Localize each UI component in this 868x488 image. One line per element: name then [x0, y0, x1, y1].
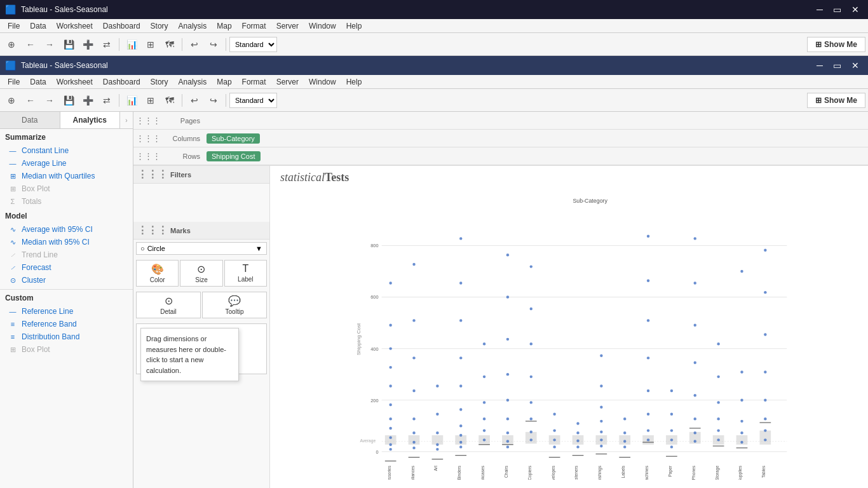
inner-toolbar-chart-btn[interactable]: 📊: [123, 92, 140, 109]
constant-line-item[interactable]: — Constant Line: [0, 144, 133, 157]
inner-menu-dashboard[interactable]: Dashboard: [98, 76, 146, 88]
tab-data[interactable]: Data: [0, 112, 60, 128]
svg-point-32: [459, 319, 462, 322]
inner-toolbar-add-datasource-btn[interactable]: ➕: [79, 92, 97, 109]
inner-menu-file[interactable]: File: [3, 76, 25, 88]
rows-pill[interactable]: Shipping Cost: [207, 151, 261, 161]
outer-restore-btn[interactable]: ▭: [829, 3, 845, 16]
menu-help[interactable]: Help: [341, 20, 367, 32]
toolbar-back-btn[interactable]: ←: [22, 36, 39, 53]
svg-point-45: [483, 438, 485, 441]
inner-toolbar-standard-select[interactable]: Standard: [229, 93, 277, 108]
toolbar-table-btn[interactable]: ⊞: [142, 36, 159, 53]
svg-point-37: [459, 434, 462, 437]
svg-point-13: [389, 427, 391, 430]
marks-label-btn[interactable]: T Label: [224, 260, 267, 287]
inner-menu-story[interactable]: Story: [146, 76, 173, 88]
menu-story[interactable]: Story: [146, 20, 173, 32]
toolbar-redo-btn[interactable]: ↪: [205, 36, 222, 53]
menu-analysis[interactable]: Analysis: [173, 20, 212, 32]
svg-point-21: [412, 417, 415, 420]
reference-band-item[interactable]: ≡ Reference Band: [0, 318, 133, 330]
inner-toolbar-back-btn[interactable]: ←: [22, 92, 39, 109]
inner-show-me-btn[interactable]: ⊞ Show Me: [807, 93, 865, 108]
inner-toolbar-home-btn[interactable]: ⊕: [3, 92, 20, 109]
inner-toolbar-swap-btn[interactable]: ⇄: [98, 92, 116, 109]
svg-point-8: [389, 347, 391, 349]
distribution-band-item[interactable]: ≡ Distribution Band: [0, 330, 133, 343]
marks-color-btn[interactable]: 🎨 Color: [136, 260, 179, 287]
inner-close-btn[interactable]: ✕: [848, 59, 863, 72]
inner-menu-format[interactable]: Format: [237, 76, 271, 88]
menu-format[interactable]: Format: [237, 20, 271, 32]
inner-toolbar-forward-btn[interactable]: →: [41, 92, 58, 109]
inner-menu-window[interactable]: Window: [304, 76, 341, 88]
forecast-item[interactable]: ⟋ Forecast: [0, 261, 133, 274]
median-quartiles-item[interactable]: ⊞ Median with Quartiles: [0, 170, 133, 182]
inner-toolbar-map-btn[interactable]: 🗺: [161, 92, 179, 109]
inner-tableau-logo-icon: 🟦: [5, 60, 16, 71]
inner-menu-help[interactable]: Help: [341, 76, 367, 88]
toolbar-chart-btn[interactable]: 📊: [123, 36, 140, 53]
show-me-btn[interactable]: ⊞ Show Me: [807, 37, 865, 52]
toolbar-add-datasource-btn[interactable]: ➕: [79, 36, 97, 53]
svg-point-68: [576, 431, 579, 434]
inner-menu-data[interactable]: Data: [25, 76, 51, 88]
main-layout: Data Analytics › Summarize — Constant Li…: [0, 112, 868, 488]
svg-point-99: [694, 394, 696, 396]
outer-close-btn[interactable]: ✕: [848, 3, 863, 16]
toolbar-map-btn[interactable]: 🗺: [161, 36, 179, 53]
svg-point-73: [600, 406, 602, 409]
columns-pill[interactable]: Sub-Category: [207, 133, 260, 144]
svg-point-53: [506, 440, 509, 442]
chart-svg-wrapper: Sub-Category Shipping Cost 0 200 400: [270, 189, 868, 480]
average-line-item[interactable]: — Average Line: [0, 157, 133, 170]
menu-dashboard[interactable]: Dashboard: [98, 20, 146, 32]
svg-point-115: [764, 249, 766, 252]
inner-toolbar-sep3: [226, 94, 226, 107]
toolbar-save-btn[interactable]: 💾: [60, 36, 78, 53]
svg-point-78: [623, 417, 626, 420]
toolbar-standard-select[interactable]: Standard: [229, 37, 277, 52]
drag-area[interactable]: Drag dimensions or measures here or doub…: [136, 323, 267, 374]
avg-ci-icon: ∿: [8, 226, 18, 234]
menu-file[interactable]: File: [3, 20, 25, 32]
menu-window[interactable]: Window: [304, 20, 341, 32]
cluster-item[interactable]: ⊙ Cluster: [0, 274, 133, 287]
marks-tooltip-btn[interactable]: 💬 Tooltip: [202, 292, 267, 318]
menu-worksheet[interactable]: Worksheet: [51, 20, 98, 32]
menu-data[interactable]: Data: [25, 20, 51, 32]
xlabel-binders: Binders: [457, 465, 461, 480]
inner-restore-btn[interactable]: ▭: [829, 59, 845, 72]
avg-95ci-item[interactable]: ∿ Average with 95% CI: [0, 223, 133, 236]
forecast-icon: ⟋: [8, 264, 18, 271]
inner-toolbar-redo-btn[interactable]: ↪: [205, 92, 222, 109]
inner-minimize-btn[interactable]: ─: [813, 59, 827, 72]
toolbar-home-btn[interactable]: ⊕: [3, 36, 20, 53]
inner-toolbar-save-btn[interactable]: 💾: [60, 92, 78, 109]
toolbar-forward-btn[interactable]: →: [41, 36, 58, 53]
marks-type-dropdown[interactable]: ○ Circle ▼: [136, 242, 267, 255]
reference-line-item[interactable]: — Reference Line: [0, 305, 133, 318]
chart-title-italic: statistical: [280, 171, 325, 184]
outer-minimize-btn[interactable]: ─: [813, 3, 827, 16]
inner-menu-analysis[interactable]: Analysis: [173, 76, 212, 88]
inner-toolbar-table-btn[interactable]: ⊞: [142, 92, 159, 109]
tab-analytics[interactable]: Analytics: [60, 112, 121, 128]
inner-toolbar-undo-btn[interactable]: ↩: [186, 92, 203, 109]
marks-detail-btn[interactable]: ⊙ Detail: [136, 292, 201, 318]
inner-menu-map[interactable]: Map: [212, 76, 236, 88]
filters-label: Filters: [170, 171, 191, 179]
toolbar-undo-btn[interactable]: ↩: [186, 36, 203, 53]
inner-menu-server[interactable]: Server: [271, 76, 304, 88]
median-95ci-item[interactable]: ∿ Median with 95% CI: [0, 236, 133, 248]
menu-map[interactable]: Map: [212, 20, 236, 32]
inner-menu-worksheet[interactable]: Worksheet: [51, 76, 98, 88]
toolbar-swap-btn[interactable]: ⇄: [98, 36, 116, 53]
svg-point-55: [530, 265, 532, 268]
panel-toggle-btn[interactable]: ›: [120, 112, 133, 128]
marks-size-btn[interactable]: ⊙ Size: [180, 260, 222, 287]
svg-point-82: [647, 234, 649, 237]
menu-server[interactable]: Server: [271, 20, 304, 32]
svg-point-47: [506, 295, 509, 298]
